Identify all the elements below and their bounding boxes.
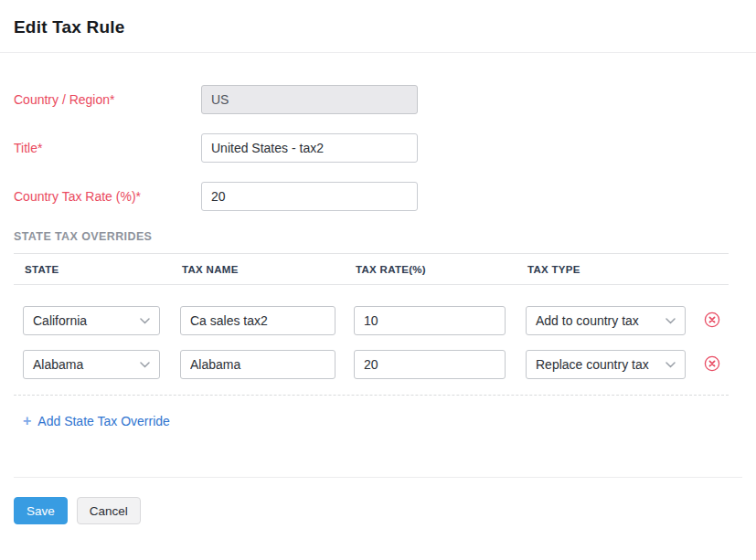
tax-name-input[interactable] <box>180 350 335 379</box>
actions-divider <box>14 477 742 478</box>
tax-type-select[interactable]: Add to country tax <box>526 306 686 335</box>
delete-row-button[interactable] <box>704 355 722 374</box>
delete-row-button[interactable] <box>704 312 722 330</box>
state-select[interactable]: California <box>23 306 160 335</box>
page-title: Edit Tax Rule <box>0 0 756 52</box>
tax-rate-input[interactable] <box>354 306 506 335</box>
country-field-row: Country / Region* <box>14 85 742 114</box>
tax-rule-form: Country / Region* Title* Country Tax Rat… <box>0 53 756 211</box>
column-header-state: STATE <box>25 264 182 275</box>
plus-icon: + <box>23 413 31 429</box>
circle-x-icon <box>704 355 720 375</box>
tax-type-select[interactable]: Replace country tax <box>526 350 686 379</box>
title-input[interactable] <box>201 133 418 163</box>
cancel-button[interactable]: Cancel <box>77 497 141 524</box>
state-select[interactable]: Alabama <box>23 350 160 379</box>
column-header-tax-rate: TAX RATE(%) <box>356 264 527 275</box>
chevron-down-icon <box>665 362 676 368</box>
tax-rate-input[interactable] <box>354 350 506 379</box>
country-tax-rate-input[interactable] <box>201 182 418 211</box>
tax-name-input[interactable] <box>180 306 335 335</box>
add-state-tax-override-label: Add State Tax Override <box>37 414 169 428</box>
add-state-tax-override-link[interactable]: + Add State Tax Override <box>23 413 170 429</box>
tax-type-select-value: Replace country tax <box>536 357 649 372</box>
title-field-row: Title* <box>14 133 742 163</box>
country-label: Country / Region* <box>14 92 201 107</box>
state-tax-overrides-table: STATE TAX NAME TAX RATE(%) TAX TYPE Cali… <box>14 253 729 396</box>
title-label: Title* <box>14 141 201 155</box>
state-tax-overrides-heading: STATE TAX OVERRIDES <box>14 230 742 243</box>
chevron-down-icon <box>140 362 150 368</box>
override-row-alabama: Alabama Replace country tax <box>14 350 729 379</box>
rate-field-row: Country Tax Rate (%)* <box>14 182 742 211</box>
country-input <box>201 85 418 114</box>
state-select-value: Alabama <box>33 357 83 372</box>
chevron-down-icon <box>665 318 676 324</box>
chevron-down-icon <box>140 318 150 324</box>
country-tax-rate-label: Country Tax Rate (%)* <box>14 189 201 204</box>
circle-x-icon <box>704 312 720 331</box>
column-header-tax-type: TAX TYPE <box>527 264 706 275</box>
column-header-tax-name: TAX NAME <box>182 264 356 275</box>
save-button[interactable]: Save <box>14 497 68 524</box>
override-rows: California Add to country tax <box>14 306 729 396</box>
form-actions: Save Cancel <box>14 497 742 524</box>
tax-type-select-value: Add to country tax <box>536 313 639 328</box>
override-row-california: California Add to country tax <box>14 306 729 335</box>
state-select-value: California <box>33 313 87 328</box>
table-header-row: STATE TAX NAME TAX RATE(%) TAX TYPE <box>14 253 729 285</box>
